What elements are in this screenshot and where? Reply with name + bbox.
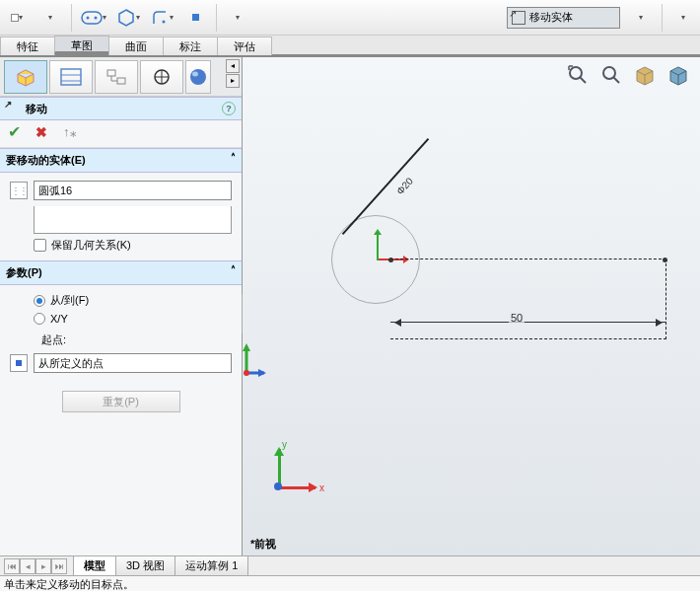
svg-line-18: [580, 77, 586, 83]
repeat-button[interactable]: 重复(P): [62, 391, 180, 412]
tab-evaluate[interactable]: 评估: [217, 37, 272, 55]
toolbar-dd-right[interactable]: ▾: [628, 4, 654, 32]
width-dimension: 50: [509, 312, 525, 324]
pm-title-bar: 移动 ?: [0, 97, 242, 120]
status-bar: 单击来定义移动的目标点。: [0, 575, 700, 591]
panel-scroll-right[interactable]: ▸: [226, 74, 240, 88]
svg-point-25: [244, 370, 249, 376]
tab-features[interactable]: 特征: [0, 37, 55, 55]
pm-title: 移动: [26, 102, 47, 116]
view-orientation-icon[interactable]: [665, 61, 692, 89]
entity-selector-icon: [10, 182, 28, 199]
render-tab[interactable]: [185, 60, 211, 94]
toolbar-fillet-icon[interactable]: ▾: [149, 4, 175, 32]
svg-marker-22: [243, 343, 250, 351]
section-entities-header[interactable]: 要移动的实体(E) ˄: [0, 148, 242, 173]
pushpin-button[interactable]: ↑⁎: [63, 124, 81, 142]
bottom-tab-3dview[interactable]: 3D 视图: [115, 555, 175, 576]
sketch-rectangle: [390, 259, 666, 339]
tab-nav-prev[interactable]: ◂: [20, 558, 35, 574]
toolbar-point-icon[interactable]: [182, 4, 208, 32]
toolbar-btn-2[interactable]: ▾: [37, 4, 63, 32]
tab-nav-next[interactable]: ▸: [35, 558, 51, 574]
chevron-up-icon: ˄: [231, 264, 236, 275]
move-entity-icon: [512, 11, 525, 25]
toolbar-btn-3[interactable]: ▾: [225, 4, 250, 32]
svg-rect-8: [107, 70, 115, 76]
feature-tree-tab[interactable]: [4, 60, 47, 94]
help-icon[interactable]: ?: [222, 102, 236, 115]
move-icon: [6, 101, 22, 116]
property-tab[interactable]: [49, 60, 93, 94]
move-entity-combo[interactable]: 移动实体: [507, 7, 620, 29]
radio-from-to[interactable]: [34, 295, 45, 307]
toolbar-polygon-icon[interactable]: ▾: [115, 4, 141, 32]
tab-sketch[interactable]: 草图: [54, 36, 109, 54]
config-tab[interactable]: [95, 60, 138, 94]
width-dimension-line: [390, 322, 666, 323]
left-edge-triad: [237, 343, 266, 383]
pm-action-row: ✔ ✖ ↑⁎: [0, 120, 242, 148]
svg-line-20: [613, 77, 619, 83]
zoom-area-icon[interactable]: [597, 61, 625, 89]
bottom-tab-model[interactable]: 模型: [73, 555, 116, 576]
diameter-dimension: Φ20: [394, 176, 415, 197]
keep-relations-checkbox[interactable]: [34, 239, 46, 252]
bottom-tab-motion[interactable]: 运动算例 1: [175, 555, 248, 576]
command-manager-tabs: 特征 草图 曲面 标注 评估: [0, 36, 700, 57]
view-name-label: *前视: [250, 537, 276, 552]
svg-point-1: [87, 16, 90, 19]
radio-from-to-label: 从/到(F): [50, 293, 89, 308]
svg-rect-0: [82, 12, 102, 24]
zoom-fit-icon[interactable]: [564, 61, 592, 89]
radio-xy-label: X/Y: [50, 313, 68, 325]
entity-list-box[interactable]: [34, 206, 232, 234]
svg-marker-24: [258, 369, 266, 377]
svg-rect-5: [61, 69, 81, 85]
cancel-button[interactable]: ✖: [35, 124, 53, 142]
start-point-label: 起点:: [41, 332, 232, 347]
toolbar-slot-icon[interactable]: ▾: [80, 4, 107, 32]
toolbar-btn-1[interactable]: ▾: [4, 4, 30, 32]
svg-rect-9: [117, 78, 125, 84]
move-entity-label: 移动实体: [529, 10, 573, 25]
tab-nav-last[interactable]: ⏭: [51, 558, 67, 574]
svg-point-4: [163, 20, 166, 23]
tab-nav-first[interactable]: ⏮: [4, 558, 20, 574]
selected-entity-field[interactable]: 圆弧16: [34, 181, 232, 200]
svg-point-16: [192, 71, 198, 76]
dimxpert-tab[interactable]: [140, 60, 183, 94]
toolbar-btn-4[interactable]: ▾: [670, 4, 696, 32]
origin-y-arrow: [377, 231, 379, 260]
radio-xy[interactable]: [34, 313, 45, 325]
point-selector-icon: [10, 354, 28, 372]
left-panel: ◂ ▸ 移动 ? ✔ ✖ ↑⁎ 要移动的实体(E) ˄ 圆弧16: [0, 57, 243, 555]
view-toolbar: [564, 61, 692, 89]
start-point-field[interactable]: 从所定义的点: [34, 353, 232, 373]
tab-surfaces[interactable]: 曲面: [108, 37, 164, 55]
section-params-header[interactable]: 参数(P) ˄: [0, 260, 242, 285]
keep-relations-label: 保留几何关系(K): [51, 238, 131, 253]
panel-scroll-left[interactable]: ◂: [226, 59, 240, 73]
main-toolbar: ▾ ▾ ▾ ▾ ▾ ▾ 移动实体 ▾ ▾: [0, 0, 700, 36]
svg-marker-3: [119, 10, 133, 26]
section-view-icon[interactable]: [631, 61, 659, 89]
svg-point-15: [190, 69, 206, 85]
tab-annotate[interactable]: 标注: [163, 37, 218, 55]
chevron-up-icon: ˄: [231, 152, 236, 163]
svg-point-2: [95, 16, 98, 19]
ok-button[interactable]: ✔: [8, 124, 26, 142]
graphics-viewport[interactable]: Φ20 50 y x *前视: [243, 57, 700, 555]
panel-tab-row: ◂ ▸: [0, 57, 242, 97]
model-tab-bar: ⏮ ◂ ▸ ⏭ 模型 3D 视图 运动算例 1: [0, 555, 700, 575]
